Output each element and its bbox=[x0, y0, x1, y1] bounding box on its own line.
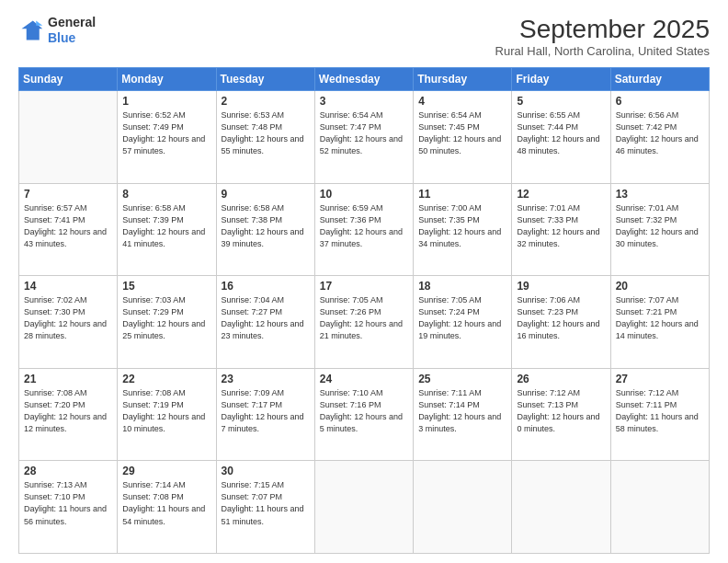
day-number: 18 bbox=[418, 280, 506, 293]
calendar-cell: 1Sunrise: 6:52 AMSunset: 7:49 PMDaylight… bbox=[118, 91, 216, 184]
day-info: Sunrise: 7:11 AMSunset: 7:14 PMDaylight:… bbox=[418, 387, 506, 435]
calendar-cell: 19Sunrise: 7:06 AMSunset: 7:23 PMDayligh… bbox=[512, 276, 610, 369]
day-number: 7 bbox=[24, 188, 112, 201]
calendar-cell: 8Sunrise: 6:58 AMSunset: 7:39 PMDaylight… bbox=[118, 183, 216, 276]
calendar-cell: 27Sunrise: 7:12 AMSunset: 7:11 PMDayligh… bbox=[610, 368, 709, 461]
day-number: 3 bbox=[320, 95, 408, 108]
calendar-cell: 4Sunrise: 6:54 AMSunset: 7:45 PMDaylight… bbox=[414, 91, 512, 184]
header: General Blue September 2025 Rural Hall, … bbox=[18, 15, 710, 58]
day-number: 10 bbox=[320, 188, 408, 201]
day-info: Sunrise: 7:01 AMSunset: 7:33 PMDaylight:… bbox=[517, 202, 605, 250]
calendar-cell: 15Sunrise: 7:03 AMSunset: 7:29 PMDayligh… bbox=[118, 276, 216, 369]
calendar-cell: 14Sunrise: 7:02 AMSunset: 7:30 PMDayligh… bbox=[19, 276, 118, 369]
logo-text: General Blue bbox=[48, 15, 96, 46]
day-number: 12 bbox=[517, 188, 605, 201]
day-info: Sunrise: 7:02 AMSunset: 7:30 PMDaylight:… bbox=[24, 294, 112, 342]
day-number: 1 bbox=[122, 95, 210, 108]
svg-marker-1 bbox=[36, 20, 42, 25]
calendar-cell bbox=[314, 461, 413, 554]
calendar-table: SundayMondayTuesdayWednesdayThursdayFrid… bbox=[18, 67, 710, 554]
day-info: Sunrise: 6:58 AMSunset: 7:39 PMDaylight:… bbox=[122, 202, 210, 250]
calendar-cell: 5Sunrise: 6:55 AMSunset: 7:44 PMDaylight… bbox=[512, 91, 610, 184]
calendar-cell bbox=[610, 461, 709, 554]
day-number: 23 bbox=[222, 373, 310, 385]
day-info: Sunrise: 7:05 AMSunset: 7:26 PMDaylight:… bbox=[320, 294, 408, 342]
day-number: 13 bbox=[616, 188, 704, 201]
day-number: 5 bbox=[517, 95, 605, 108]
day-number: 19 bbox=[517, 280, 605, 293]
day-number: 9 bbox=[222, 188, 310, 201]
calendar-header-row: SundayMondayTuesdayWednesdayThursdayFrid… bbox=[19, 68, 710, 91]
calendar-cell bbox=[512, 461, 610, 554]
day-info: Sunrise: 6:54 AMSunset: 7:47 PMDaylight:… bbox=[320, 109, 408, 157]
day-info: Sunrise: 7:15 AMSunset: 7:07 PMDaylight:… bbox=[222, 479, 310, 527]
day-number: 24 bbox=[320, 373, 408, 385]
day-number: 17 bbox=[320, 280, 408, 293]
day-number: 27 bbox=[616, 373, 704, 385]
day-info: Sunrise: 7:08 AMSunset: 7:19 PMDaylight:… bbox=[122, 387, 210, 435]
calendar-cell: 30Sunrise: 7:15 AMSunset: 7:07 PMDayligh… bbox=[216, 461, 314, 554]
calendar-week-row: 14Sunrise: 7:02 AMSunset: 7:30 PMDayligh… bbox=[19, 276, 710, 369]
day-info: Sunrise: 7:14 AMSunset: 7:08 PMDaylight:… bbox=[122, 479, 210, 527]
calendar-cell: 12Sunrise: 7:01 AMSunset: 7:33 PMDayligh… bbox=[512, 183, 610, 276]
day-number: 16 bbox=[222, 280, 310, 293]
day-number: 28 bbox=[24, 465, 112, 477]
calendar-weekday-friday: Friday bbox=[512, 68, 610, 91]
calendar-weekday-saturday: Saturday bbox=[610, 68, 709, 91]
calendar-cell: 21Sunrise: 7:08 AMSunset: 7:20 PMDayligh… bbox=[19, 368, 118, 461]
calendar-week-row: 1Sunrise: 6:52 AMSunset: 7:49 PMDaylight… bbox=[19, 91, 710, 184]
day-info: Sunrise: 7:12 AMSunset: 7:13 PMDaylight:… bbox=[517, 387, 605, 435]
day-number: 25 bbox=[418, 373, 506, 385]
day-number: 15 bbox=[122, 280, 210, 293]
calendar-week-row: 7Sunrise: 6:57 AMSunset: 7:41 PMDaylight… bbox=[19, 183, 710, 276]
day-info: Sunrise: 6:55 AMSunset: 7:44 PMDaylight:… bbox=[517, 109, 605, 157]
day-info: Sunrise: 6:57 AMSunset: 7:41 PMDaylight:… bbox=[24, 202, 112, 250]
calendar-cell: 25Sunrise: 7:11 AMSunset: 7:14 PMDayligh… bbox=[414, 368, 512, 461]
title-block: September 2025 Rural Hall, North Carolin… bbox=[495, 15, 710, 58]
day-info: Sunrise: 6:59 AMSunset: 7:36 PMDaylight:… bbox=[320, 202, 408, 250]
calendar-weekday-tuesday: Tuesday bbox=[216, 68, 314, 91]
day-info: Sunrise: 7:12 AMSunset: 7:11 PMDaylight:… bbox=[616, 387, 704, 435]
day-info: Sunrise: 7:05 AMSunset: 7:24 PMDaylight:… bbox=[418, 294, 506, 342]
calendar-weekday-wednesday: Wednesday bbox=[314, 68, 413, 91]
calendar-weekday-sunday: Sunday bbox=[19, 68, 118, 91]
day-number: 6 bbox=[616, 95, 704, 108]
calendar-cell bbox=[414, 461, 512, 554]
logo-blue-text: Blue bbox=[48, 30, 75, 45]
logo: General Blue bbox=[18, 15, 96, 46]
page: General Blue September 2025 Rural Hall, … bbox=[0, 0, 728, 563]
calendar-week-row: 28Sunrise: 7:13 AMSunset: 7:10 PMDayligh… bbox=[19, 461, 710, 554]
day-info: Sunrise: 6:58 AMSunset: 7:38 PMDaylight:… bbox=[222, 202, 310, 250]
day-info: Sunrise: 6:54 AMSunset: 7:45 PMDaylight:… bbox=[418, 109, 506, 157]
calendar-cell: 3Sunrise: 6:54 AMSunset: 7:47 PMDaylight… bbox=[314, 91, 413, 184]
calendar-cell: 20Sunrise: 7:07 AMSunset: 7:21 PMDayligh… bbox=[610, 276, 709, 369]
day-info: Sunrise: 6:56 AMSunset: 7:42 PMDaylight:… bbox=[616, 109, 704, 157]
calendar-weekday-thursday: Thursday bbox=[414, 68, 512, 91]
day-number: 2 bbox=[222, 95, 310, 108]
day-number: 20 bbox=[616, 280, 704, 293]
calendar-cell: 10Sunrise: 6:59 AMSunset: 7:36 PMDayligh… bbox=[314, 183, 413, 276]
day-number: 4 bbox=[418, 95, 506, 108]
calendar-cell: 6Sunrise: 6:56 AMSunset: 7:42 PMDaylight… bbox=[610, 91, 709, 184]
logo-general-text: General bbox=[48, 15, 96, 29]
day-info: Sunrise: 7:08 AMSunset: 7:20 PMDaylight:… bbox=[24, 387, 112, 435]
calendar-cell: 9Sunrise: 6:58 AMSunset: 7:38 PMDaylight… bbox=[216, 183, 314, 276]
day-info: Sunrise: 7:07 AMSunset: 7:21 PMDaylight:… bbox=[616, 294, 704, 342]
day-info: Sunrise: 7:09 AMSunset: 7:17 PMDaylight:… bbox=[222, 387, 310, 435]
day-info: Sunrise: 7:01 AMSunset: 7:32 PMDaylight:… bbox=[616, 202, 704, 250]
calendar-cell: 17Sunrise: 7:05 AMSunset: 7:26 PMDayligh… bbox=[314, 276, 413, 369]
calendar-cell: 18Sunrise: 7:05 AMSunset: 7:24 PMDayligh… bbox=[414, 276, 512, 369]
day-info: Sunrise: 7:04 AMSunset: 7:27 PMDaylight:… bbox=[222, 294, 310, 342]
day-info: Sunrise: 7:13 AMSunset: 7:10 PMDaylight:… bbox=[24, 479, 112, 527]
day-info: Sunrise: 7:03 AMSunset: 7:29 PMDaylight:… bbox=[122, 294, 210, 342]
day-number: 22 bbox=[122, 373, 210, 385]
calendar-cell: 13Sunrise: 7:01 AMSunset: 7:32 PMDayligh… bbox=[610, 183, 709, 276]
day-number: 29 bbox=[122, 465, 210, 477]
calendar-cell: 22Sunrise: 7:08 AMSunset: 7:19 PMDayligh… bbox=[118, 368, 216, 461]
day-number: 11 bbox=[418, 188, 506, 201]
day-info: Sunrise: 7:10 AMSunset: 7:16 PMDaylight:… bbox=[320, 387, 408, 435]
calendar-week-row: 21Sunrise: 7:08 AMSunset: 7:20 PMDayligh… bbox=[19, 368, 710, 461]
day-number: 26 bbox=[517, 373, 605, 385]
day-info: Sunrise: 7:00 AMSunset: 7:35 PMDaylight:… bbox=[418, 202, 506, 250]
location: Rural Hall, North Carolina, United State… bbox=[495, 44, 710, 58]
